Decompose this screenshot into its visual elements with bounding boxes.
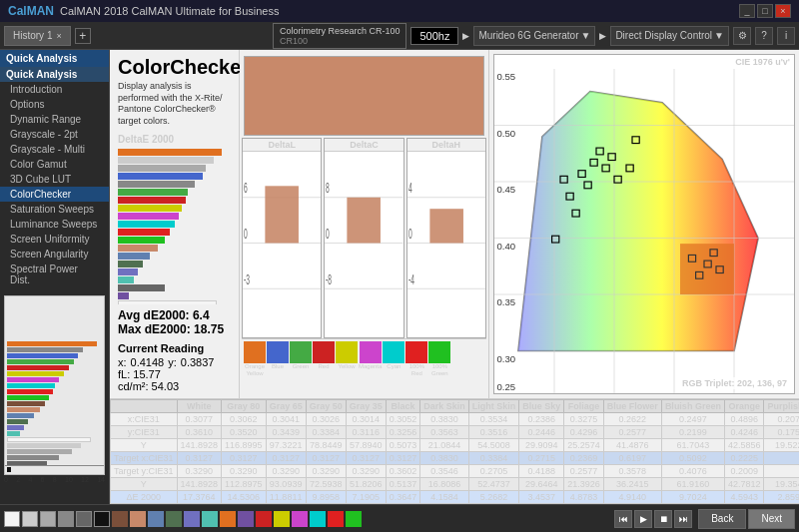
svg-rect-20 xyxy=(429,209,463,243)
info-button[interactable]: i xyxy=(777,27,795,45)
strip-swatch-gray65[interactable] xyxy=(40,511,56,527)
sidebar-item-saturation[interactable]: Saturation Sweeps xyxy=(0,202,109,217)
strip-swatch-black[interactable] xyxy=(94,511,110,527)
strip-swatch-gray35[interactable] xyxy=(76,511,92,527)
sidebar-item-options[interactable]: Options xyxy=(0,97,109,112)
strip-swatch-foliage[interactable] xyxy=(166,511,182,527)
table-row-xcie31: x:CIE31 0.3077 0.3062 0.3041 0.3026 0.30… xyxy=(111,413,800,426)
col-header-gray50: Gray 50 xyxy=(306,400,346,413)
display-control-dropdown[interactable]: Direct Display Control ▼ xyxy=(610,26,729,46)
table-cell: 0.3052 xyxy=(386,413,420,426)
table-cell: 0.3384 xyxy=(306,426,346,439)
strip-swatch-blueflower[interactable] xyxy=(184,511,200,527)
play-button[interactable]: ▶ xyxy=(634,510,652,528)
table-cell: 78.8449 xyxy=(306,439,346,452)
strip-swatch-gray80[interactable] xyxy=(22,511,38,527)
table-cell: 52.4737 xyxy=(468,478,519,491)
bottom-strip: ⏮ ▶ ⏹ ⏭ Back Next xyxy=(0,504,799,532)
minimize-button[interactable]: _ xyxy=(739,4,755,18)
swatch-red: Red xyxy=(313,341,335,376)
sidebar-item-quickanalysis[interactable]: Quick Analysis xyxy=(0,67,109,82)
back-button[interactable]: Back xyxy=(698,509,746,529)
strip-swatch-red[interactable] xyxy=(256,511,272,527)
maximize-button[interactable]: □ xyxy=(757,4,773,18)
close-tab-icon[interactable]: × xyxy=(56,31,61,41)
table-cell: 0.6197 xyxy=(603,452,661,465)
sidebar-item-grayscalemulti[interactable]: Grayscale - Multi xyxy=(0,142,109,157)
strip-swatch-lightskin[interactable] xyxy=(130,511,146,527)
history-tab[interactable]: History 1 × xyxy=(4,26,71,46)
table-row-target-Y: Y 141.8928 112.8975 93.0939 72.5938 51.8… xyxy=(111,478,800,491)
strip-swatch-yellow[interactable] xyxy=(274,511,290,527)
x-value: 0.4148 xyxy=(131,356,165,368)
sidebar-item-screenangularity[interactable]: Screen Angularity xyxy=(0,247,109,262)
strip-swatch-100green[interactable] xyxy=(346,511,362,527)
sidebar-item-colorgamut[interactable]: Color Gamut xyxy=(0,157,109,172)
strip-swatch-100red[interactable] xyxy=(328,511,344,527)
table-cell: 0.3127 xyxy=(306,452,346,465)
settings-button[interactable]: ⚙ xyxy=(733,27,751,45)
table-cell xyxy=(764,452,799,465)
strip-swatch-darkskin[interactable] xyxy=(112,511,128,527)
table-row-de2000: ΔE 2000 17.3764 14.5306 11.8811 9.8958 7… xyxy=(111,491,800,504)
strip-swatch-cyan[interactable] xyxy=(310,511,326,527)
table-cell: 141.8928 xyxy=(177,478,222,491)
sidebar-item-luminance[interactable]: Luminance Sweeps xyxy=(0,217,109,232)
sidebar-item-dynamicrange[interactable]: Dynamic Range xyxy=(0,112,109,127)
sidebar-item-screenuniformity[interactable]: Screen Uniformity xyxy=(0,232,109,247)
sidebar-item-grayscale2pt[interactable]: Grayscale - 2pt xyxy=(0,127,109,142)
colorchecker-title: ColorChecker xyxy=(118,56,231,79)
prev-button[interactable]: ⏮ xyxy=(614,510,632,528)
table-cell: 51.8206 xyxy=(346,478,386,491)
svg-text:0.40: 0.40 xyxy=(496,242,515,252)
swatches-row: OrangeYellow Blue Green Red xyxy=(242,338,486,394)
table-cell: 0.1757 xyxy=(764,426,799,439)
deltaC-title: DeltaC xyxy=(325,139,402,152)
col-header-white: White xyxy=(177,400,222,413)
table-cell: 0.3290 xyxy=(266,465,306,478)
table-cell: 36.2415 xyxy=(603,478,661,491)
svg-text:0: 0 xyxy=(408,226,412,241)
table-row-ycie31: y:CIE31 0.3610 0.3520 0.3439 0.3384 0.31… xyxy=(111,426,800,439)
titlebar: CalMAN CalMAN 2018 CalMAN Ultimate for B… xyxy=(0,0,799,22)
strip-swatch-orange[interactable] xyxy=(220,511,236,527)
table-cell: 0.3830 xyxy=(420,413,469,426)
generator-dropdown[interactable]: Murideo 6G Generator ▼ xyxy=(473,26,595,46)
delta-charts-area: DeltaL 6 0 -3 xyxy=(240,50,489,398)
help-button[interactable]: ? xyxy=(755,27,773,45)
deltaH-svg: 4 0 -4 xyxy=(407,152,485,334)
sidebar-item-3dcubelut[interactable]: 3D Cube LUT xyxy=(0,172,109,187)
deltaH-chart: DeltaH 4 0 -4 xyxy=(406,138,486,338)
strip-swatch-white[interactable] xyxy=(4,511,20,527)
table-cell: 0.2715 xyxy=(519,452,564,465)
sidebar-header[interactable]: Quick Analysis xyxy=(0,50,109,67)
chevron-down-icon: ▼ xyxy=(580,30,590,41)
svg-text:-4: -4 xyxy=(408,271,414,286)
bar-chart: 02468101214 xyxy=(118,147,231,304)
swatch-magenta: Magenta xyxy=(359,341,382,376)
sidebar-item-introduction[interactable]: Introduction xyxy=(0,82,109,97)
next-frame-button[interactable]: ⏭ xyxy=(674,510,692,528)
strip-swatch-gray50[interactable] xyxy=(58,511,74,527)
colorimetry-box[interactable]: Colorimetry Research CR-100 CR100 xyxy=(273,23,407,49)
table-cell: 9.7024 xyxy=(661,491,724,504)
stats-section: Avg dE2000: 6.4 Max dE2000: 18.75 xyxy=(118,308,231,336)
strip-swatch-bluishgreen[interactable] xyxy=(202,511,218,527)
table-cell: 116.8995 xyxy=(222,439,267,452)
strip-swatch-purplish[interactable] xyxy=(238,511,254,527)
close-button[interactable]: × xyxy=(775,4,791,18)
table-cell: 0.3127 xyxy=(386,452,420,465)
sidebar-item-spectralpowerdist[interactable]: Spectral Power Dist. xyxy=(0,262,109,287)
colorimetry-line2: CR100 xyxy=(280,36,400,46)
strip-swatch-magenta[interactable] xyxy=(292,511,308,527)
table-cell: 0.3290 xyxy=(177,465,222,478)
add-tab-button[interactable]: + xyxy=(75,28,91,44)
sidebar-item-colorchecker[interactable]: ColorChecker xyxy=(0,187,109,202)
strip-swatch-bluesky[interactable] xyxy=(148,511,164,527)
stop-button[interactable]: ⏹ xyxy=(654,510,672,528)
table-cell: 29.9094 xyxy=(519,439,564,452)
next-button[interactable]: Next xyxy=(748,509,795,529)
deltaC-svg: 8 0 -8 xyxy=(325,152,402,334)
table-cell: 3.4537 xyxy=(519,491,564,504)
table-cell: 0.3439 xyxy=(266,426,306,439)
